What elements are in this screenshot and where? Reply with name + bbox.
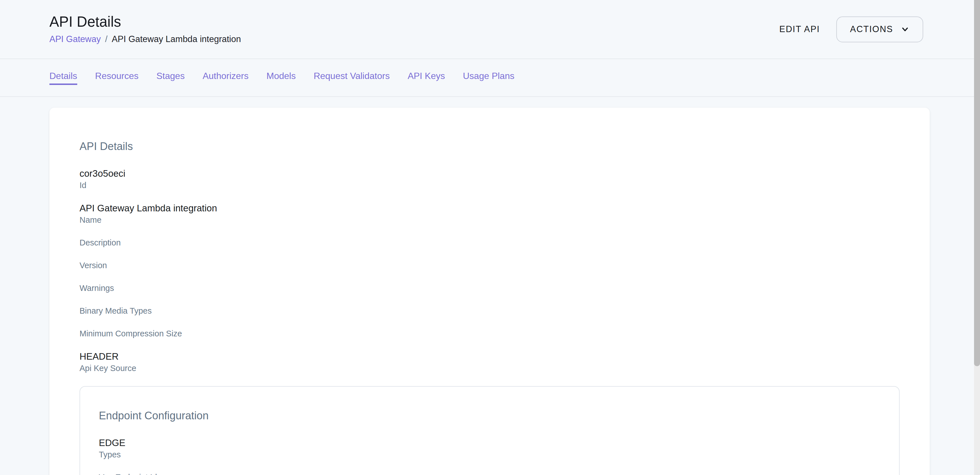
field-version: Version [80, 260, 900, 270]
field-name: API Gateway Lambda integration Name [80, 203, 900, 225]
field-warnings-label: Warnings [80, 283, 900, 293]
api-details-card: API Details cor3o5oeci Id API Gateway La… [49, 108, 930, 475]
tab-usage-plans[interactable]: Usage Plans [463, 70, 514, 85]
field-minimum-compression-size: Minimum Compression Size [80, 329, 900, 338]
field-api-key-source-value: HEADER [80, 351, 900, 362]
endpoint-configuration-title: Endpoint Configuration [99, 410, 880, 422]
main-content: API Details cor3o5oeci Id API Gateway La… [0, 97, 980, 475]
api-details-fields: cor3o5oeci Id API Gateway Lambda integra… [80, 169, 900, 373]
tab-request-validators[interactable]: Request Validators [313, 70, 390, 85]
field-id: cor3o5oeci Id [80, 169, 900, 190]
api-details-section-title: API Details [80, 140, 900, 153]
header-actions: EDIT API ACTIONS [779, 0, 923, 59]
breadcrumb-link-api-gateway[interactable]: API Gateway [49, 34, 101, 45]
endpoint-configuration-fields: EDGE Types Vpc Endpoint Ids [99, 438, 880, 475]
field-api-key-source: HEADER Api Key Source [80, 351, 900, 373]
edit-api-button[interactable]: EDIT API [779, 24, 820, 34]
vertical-scrollbar-thumb[interactable] [974, 0, 980, 366]
field-id-label: Id [80, 180, 900, 190]
actions-dropdown-button[interactable]: ACTIONS [836, 16, 923, 42]
field-vpc-endpoint-ids-label: Vpc Endpoint Ids [99, 472, 880, 475]
field-binary-media-types-label: Binary Media Types [80, 306, 900, 316]
field-minimum-compression-size-label: Minimum Compression Size [80, 329, 900, 338]
endpoint-configuration-card: Endpoint Configuration EDGE Types Vpc En… [80, 386, 900, 475]
chevron-down-icon [900, 25, 910, 34]
breadcrumb-separator: / [105, 34, 108, 45]
field-name-value: API Gateway Lambda integration [80, 203, 900, 214]
field-id-value: cor3o5oeci [80, 169, 900, 179]
field-description: Description [80, 238, 900, 247]
field-vpc-endpoint-ids: Vpc Endpoint Ids [99, 472, 880, 475]
breadcrumb-current-page: API Gateway Lambda integration [112, 34, 241, 45]
field-name-label: Name [80, 215, 900, 225]
tab-api-keys[interactable]: API Keys [407, 70, 445, 85]
field-binary-media-types: Binary Media Types [80, 306, 900, 316]
actions-button-label: ACTIONS [850, 24, 893, 34]
field-warnings: Warnings [80, 283, 900, 293]
tab-authorizers[interactable]: Authorizers [202, 70, 248, 85]
tab-bar: Details Resources Stages Authorizers Mod… [0, 59, 980, 97]
tab-stages[interactable]: Stages [156, 70, 185, 85]
app-header: API Details API Gateway / API Gateway La… [0, 0, 980, 59]
tab-models[interactable]: Models [266, 70, 296, 85]
vertical-scrollbar-track[interactable] [974, 0, 980, 475]
field-description-label: Description [80, 238, 900, 247]
field-types-value: EDGE [99, 438, 880, 448]
tab-resources[interactable]: Resources [95, 70, 138, 85]
field-api-key-source-label: Api Key Source [80, 363, 900, 373]
field-version-label: Version [80, 260, 900, 270]
field-types-label: Types [99, 450, 880, 459]
field-types: EDGE Types [99, 438, 880, 459]
tab-details[interactable]: Details [49, 70, 77, 85]
